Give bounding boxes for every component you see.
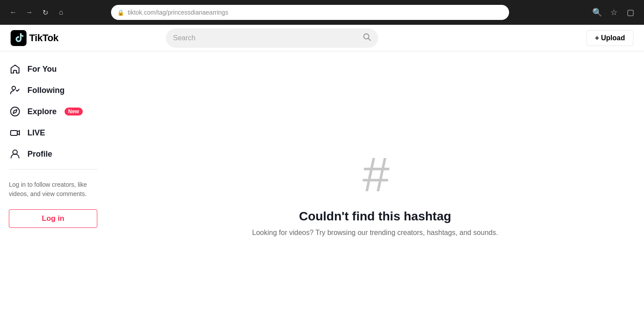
sidebar: For You Following Explore New [0,51,106,335]
sidebar-item-for-you[interactable]: For You [4,58,103,80]
search-icon [362,32,371,41]
browser-chrome: ← → ↻ ⌂ 🔒 tiktok.com/tag/princessdianaea… [0,0,644,25]
login-prompt: Log in to follow creators, like videos, … [4,177,103,202]
svg-line-2 [368,39,371,41]
new-badge: New [65,108,83,116]
address-bar[interactable]: 🔒 tiktok.com/tag/princessdianaearrings [111,5,509,20]
nav-buttons: ← → ↻ ⌂ [7,6,67,19]
following-icon [9,84,21,96]
main-content: # Couldn't find this hashtag Looking for… [106,51,644,335]
login-button[interactable]: Log in [9,209,97,228]
search-bar[interactable] [166,28,378,48]
search-input[interactable] [173,34,359,42]
app-body: For You Following Explore New [0,51,644,335]
sidebar-following-label: Following [27,86,65,95]
sidebar-item-explore[interactable]: Explore New [4,101,103,122]
app-header: TikTok + Upload [0,25,644,51]
logo-text: TikTok [29,32,58,44]
home-button[interactable]: ⌂ [55,6,67,19]
svg-rect-0 [11,30,27,46]
live-icon [9,127,21,139]
url-text: tiktok.com/tag/princessdianaearrings [128,9,228,16]
sidebar-divider [9,169,97,169]
profile-icon [9,148,21,160]
svg-rect-5 [11,131,17,135]
upload-label: + Upload [595,34,625,42]
sidebar-item-profile[interactable]: Profile [4,143,103,165]
url-domain: tiktok.com/tag/ [128,9,168,16]
explore-icon [9,105,21,118]
bookmark-button[interactable]: ☆ [608,6,620,19]
not-found-subtitle: Looking for videos? Try browsing our tre… [252,229,498,237]
browser-actions: 🔍 ☆ ▢ [591,6,637,19]
sidebar-live-label: LIVE [27,128,45,138]
home-icon [9,63,21,75]
back-button[interactable]: ← [7,6,19,19]
tiktok-logo[interactable]: TikTok [11,30,58,46]
sidebar-explore-label: Explore [27,107,57,116]
search-icon-button[interactable] [362,32,371,43]
svg-point-4 [11,107,19,116]
upload-button[interactable]: + Upload [586,30,633,46]
refresh-button[interactable]: ↻ [39,6,51,19]
lock-icon: 🔒 [117,9,124,16]
zoom-out-button[interactable]: 🔍 [591,6,603,19]
forward-button[interactable]: → [23,6,35,19]
sidebar-for-you-label: For You [27,65,57,74]
not-found-title: Couldn't find this hashtag [299,209,451,223]
sidebar-item-live[interactable]: LIVE [4,122,103,143]
window-button[interactable]: ▢ [625,6,637,19]
url-path: princessdianaearrings [168,9,228,16]
sidebar-item-following[interactable]: Following [4,80,103,101]
tiktok-logo-icon [11,30,27,46]
sidebar-profile-label: Profile [27,150,52,159]
svg-point-3 [12,86,15,90]
hashtag-icon: # [362,150,387,199]
